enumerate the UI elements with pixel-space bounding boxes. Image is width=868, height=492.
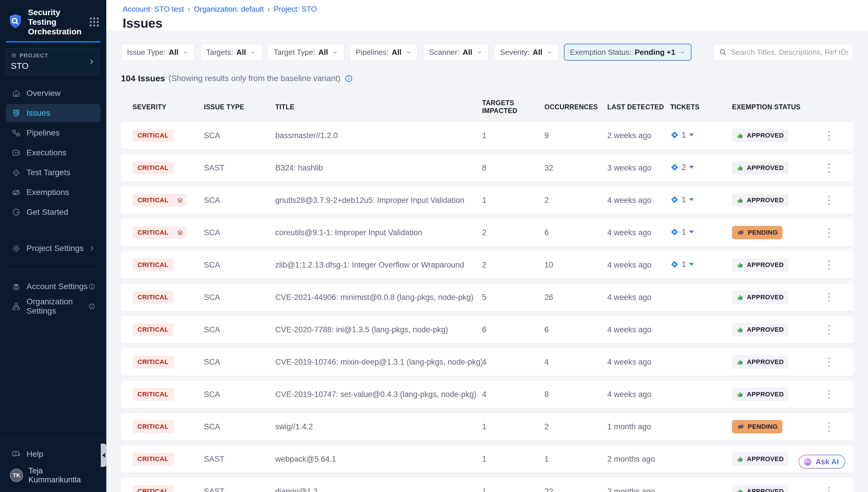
ask-ai-button[interactable]: Ask AI xyxy=(799,455,845,469)
row-menu-kebab-icon[interactable] xyxy=(825,355,833,369)
project-selector[interactable]: PROJECT STO xyxy=(6,48,99,75)
last-detected-cell: 4 weeks ago xyxy=(607,293,670,302)
issue-row[interactable]: CRITICAL SCA CVE-2019-10746: mixin-deep@… xyxy=(121,348,853,376)
issue-row[interactable]: CRITICAL SAST B324: hashlib 8 32 3 weeks… xyxy=(121,154,853,181)
sidebar-item-label: Get Started xyxy=(27,207,68,217)
exemption-status-badge: APPROVED xyxy=(732,323,788,336)
pipeline-icon xyxy=(12,128,21,138)
issue-row[interactable]: CRITICAL SCA gnutls28@3.7.9-2+deb12u5: I… xyxy=(121,187,853,214)
exemption-status-cell: APPROVED xyxy=(732,291,816,304)
issue-type-cell: SAST xyxy=(204,487,275,492)
jira-ticket-icon xyxy=(670,260,679,269)
sidebar-item-project-settings[interactable]: Project Settings xyxy=(6,239,101,257)
exemption-status-label: APPROVED xyxy=(747,326,784,334)
thumbs-up-icon xyxy=(737,456,744,463)
sidebar-item-organization-settings[interactable]: Organization Settings xyxy=(6,297,101,315)
row-menu-kebab-icon[interactable] xyxy=(825,193,833,207)
filter-severity[interactable]: Severity:All xyxy=(494,44,559,60)
sidebar-item-test-targets[interactable]: Test Targets xyxy=(6,164,101,181)
sidebar-item-exemptions[interactable]: Exemptions xyxy=(6,183,101,201)
issue-row[interactable]: CRITICAL SCA CVE-2021-44906: minimist@0.… xyxy=(121,284,853,311)
info-icon[interactable] xyxy=(88,303,95,310)
main-area: Account: STO test › Organization: defaul… xyxy=(106,0,868,492)
issue-type-cell: SCA xyxy=(204,228,275,237)
sidebar-item-overview[interactable]: Overview xyxy=(6,84,101,102)
ticket-caret-down-icon xyxy=(689,166,694,169)
actions-cell xyxy=(816,290,842,304)
targets-impacted-cell: 6 xyxy=(482,325,544,334)
row-menu-kebab-icon[interactable] xyxy=(825,226,833,240)
ticket-chip[interactable]: 2 xyxy=(670,163,694,172)
severity-label: CRITICAL xyxy=(133,259,174,271)
sidebar-item-pipelines[interactable]: Pipelines xyxy=(6,124,101,142)
issue-row[interactable]: CRITICAL SCA bassmaster//1.2.0 1 9 2 wee… xyxy=(121,122,853,149)
issue-row[interactable]: CRITICAL SCA zlib@1:1.2.13.dfsg-1: Integ… xyxy=(121,251,853,279)
breadcrumb-project-link[interactable]: Project: STO xyxy=(273,5,317,14)
filter-issue-type[interactable]: Issue Type:All xyxy=(121,44,195,60)
issue-row[interactable]: CRITICAL SAST django@1.2 1 22 2 months a… xyxy=(121,478,853,492)
ticket-chip[interactable]: 1 xyxy=(670,130,694,140)
sidebar-item-executions[interactable]: Executions xyxy=(6,144,101,162)
get-started-icon xyxy=(12,208,21,217)
severity-badge: CRITICAL xyxy=(133,162,174,174)
ticket-chip[interactable]: 1 xyxy=(670,228,694,237)
row-menu-kebab-icon[interactable] xyxy=(825,290,833,304)
row-menu-kebab-icon[interactable] xyxy=(825,128,833,143)
last-detected-cell: 3 weeks ago xyxy=(607,164,670,173)
severity-cell: CRITICAL xyxy=(133,162,204,174)
filter-target-type[interactable]: Target Type:All xyxy=(267,44,344,60)
issue-title-cell: django@1.2 xyxy=(275,487,482,492)
exemption-status-badge: PENDING xyxy=(732,420,782,434)
eye-off-icon xyxy=(12,188,21,197)
module-grid-icon[interactable] xyxy=(88,16,100,28)
issue-type-cell: SAST xyxy=(204,164,275,173)
sidebar-collapse-handle[interactable] xyxy=(101,444,107,467)
row-menu-kebab-icon[interactable] xyxy=(825,387,833,402)
user-menu[interactable]: TK Teja Kummarikuntla xyxy=(6,466,101,485)
column-title: TITLE xyxy=(275,103,482,111)
row-menu-kebab-icon[interactable] xyxy=(825,258,833,272)
issue-row[interactable]: CRITICAL SCA swig//1.4.2 1 2 1 month ago… xyxy=(121,413,853,440)
thumbs-up-icon xyxy=(737,326,744,334)
issue-title-cell: CVE-2019-10746: mixin-deep@1.3.1 (lang-p… xyxy=(275,358,482,367)
sidebar-item-label: Project Settings xyxy=(27,244,84,253)
filter-pipelines[interactable]: Pipelines:All xyxy=(349,44,418,60)
filters-row: Issue Type:All Targets:All Target Type:A… xyxy=(121,44,853,60)
last-detected-cell: 4 weeks ago xyxy=(607,390,670,399)
shield-search-icon xyxy=(12,109,21,118)
sidebar-item-help[interactable]: ? Help xyxy=(6,445,101,463)
filter-scanner[interactable]: Scanner:All xyxy=(423,44,489,60)
issue-row[interactable]: CRITICAL SCA coreutils@9.1-1: Improper I… xyxy=(121,219,853,246)
sidebar-accent-divider xyxy=(6,41,101,43)
targets-impacted-cell: 4 xyxy=(482,390,544,399)
info-icon[interactable] xyxy=(88,283,95,290)
row-menu-kebab-icon[interactable] xyxy=(825,420,833,434)
search-input[interactable] xyxy=(731,48,848,57)
ticket-chip[interactable]: 1 xyxy=(670,260,694,269)
filter-exemption-status[interactable]: Exemption Status:Pending +1 xyxy=(564,44,691,60)
variants-layers-icon xyxy=(174,226,187,239)
filter-targets[interactable]: Targets:All xyxy=(200,44,262,60)
issue-title-cell: CVE-2020-7788: ini@1.3.5 (lang-pkgs, nod… xyxy=(275,325,482,334)
issue-type-cell: SCA xyxy=(204,358,275,367)
issue-row[interactable]: CRITICAL SCA CVE-2020-7788: ini@1.3.5 (l… xyxy=(121,316,853,343)
ticket-chip[interactable]: 1 xyxy=(670,195,694,204)
row-menu-kebab-icon[interactable] xyxy=(825,161,833,175)
info-icon[interactable] xyxy=(345,74,353,83)
breadcrumb-account-link[interactable]: Account: STO test xyxy=(123,5,184,14)
issue-row[interactable]: CRITICAL SAST webpack@5.64.1 1 1 2 month… xyxy=(121,445,853,473)
ticket-count: 2 xyxy=(682,163,686,172)
last-detected-cell: 2 months ago xyxy=(607,487,670,492)
exemption-status-badge: APPROVED xyxy=(732,355,788,369)
issue-row[interactable]: CRITICAL SCA CVE-2019-10747: set-value@0… xyxy=(121,381,853,408)
row-menu-kebab-icon[interactable] xyxy=(825,485,833,492)
column-tickets: TICKETS xyxy=(670,103,732,111)
row-menu-kebab-icon[interactable] xyxy=(825,323,833,337)
sidebar-item-issues[interactable]: Issues xyxy=(6,104,101,122)
breadcrumb-organization-link[interactable]: Organization: default xyxy=(194,5,264,14)
sidebar-item-account-settings[interactable]: Account Settings xyxy=(6,277,101,296)
issue-title-cell: swig//1.4.2 xyxy=(275,422,482,432)
sidebar-item-label: Account Settings xyxy=(27,282,88,291)
sidebar-item-get-started[interactable]: Get Started xyxy=(6,203,101,221)
layers-gear-icon xyxy=(12,282,21,291)
